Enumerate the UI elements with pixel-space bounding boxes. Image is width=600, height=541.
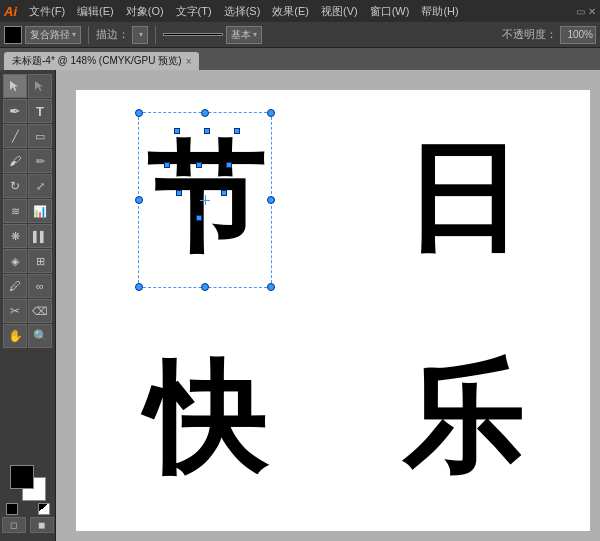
canvas-area[interactable]: 节: [56, 70, 600, 541]
menu-edit[interactable]: 编辑(E): [71, 0, 120, 22]
rect-tool[interactable]: ▭: [28, 124, 52, 148]
opacity-section: 不透明度：: [502, 26, 596, 44]
stroke-style-dropdown[interactable]: 基本 ▾: [226, 26, 262, 44]
menu-type[interactable]: 文字(T): [170, 0, 218, 22]
menu-help[interactable]: 帮助(H): [415, 0, 464, 22]
point-handle-4: [164, 162, 170, 168]
point-handle-2: [204, 128, 210, 134]
char-kuai-cell: 快: [76, 311, 333, 532]
base-label: 基本: [231, 28, 251, 42]
point-handle-8: [221, 190, 227, 196]
char-jie: 节: [146, 132, 264, 264]
preview-mode-icon[interactable]: ◼: [30, 517, 54, 533]
stroke-line-preview: [163, 33, 223, 36]
symbol-tool[interactable]: ❋: [3, 224, 27, 248]
fill-color-box[interactable]: [4, 26, 22, 44]
toolbar: 复合路径 ▾ 描边： ▾ 基本 ▾ 不透明度：: [0, 22, 600, 48]
fill-stroke-swatches[interactable]: [10, 465, 46, 501]
tool-row-7: ❋ ▌▌: [3, 224, 52, 248]
pencil-tool[interactable]: ✏: [28, 149, 52, 173]
hand-tool[interactable]: ✋: [3, 324, 27, 348]
char-jie-cell[interactable]: 节: [76, 90, 333, 311]
handle-mid-left[interactable]: [135, 196, 143, 204]
point-handle-3: [234, 128, 240, 134]
line-tool[interactable]: ╱: [3, 124, 27, 148]
char-le-cell: 乐: [333, 311, 590, 532]
eyedropper-tool[interactable]: 🖊: [3, 274, 27, 298]
scissors-tool[interactable]: ✂: [3, 299, 27, 323]
char-ri: 日: [403, 120, 521, 280]
rotate-tool[interactable]: ↻: [3, 174, 27, 198]
menu-select[interactable]: 选择(S): [218, 0, 267, 22]
stroke-label: 描边：: [96, 27, 129, 42]
mesh-tool[interactable]: ⊞: [28, 249, 52, 273]
document-tab[interactable]: 未标题-4* @ 148% (CMYK/GPU 预览) ×: [4, 52, 199, 70]
none-icon[interactable]: [38, 503, 50, 515]
handle-top-left[interactable]: [135, 109, 143, 117]
tool-row-2: ✒ T: [3, 99, 52, 123]
graph-tool[interactable]: 📊: [28, 199, 52, 223]
eraser-tool[interactable]: ⌫: [28, 299, 52, 323]
selection-tool[interactable]: [3, 74, 27, 98]
tool-row-11: ✋ 🔍: [3, 324, 52, 348]
tool-row-4: 🖌 ✏: [3, 149, 52, 173]
tab-close-button[interactable]: ×: [186, 56, 192, 67]
mode-icons-row: ◻ ◼: [2, 517, 54, 533]
point-handle-9: [196, 215, 202, 221]
menu-view[interactable]: 视图(V): [315, 0, 364, 22]
stroke-arrow-icon: ▾: [139, 30, 143, 39]
base-arrow-icon: ▾: [253, 30, 257, 39]
column-graph-tool[interactable]: ▌▌: [28, 224, 52, 248]
color-mode-row: [6, 503, 50, 515]
menu-effect[interactable]: 效果(E): [266, 0, 315, 22]
handle-bot-right[interactable]: [267, 283, 275, 291]
warp-tool[interactable]: ≋: [3, 199, 27, 223]
tool-row-5: ↻ ⤢: [3, 174, 52, 198]
tool-row-9: 🖊 ∞: [3, 274, 52, 298]
stroke-line-area: 基本 ▾: [163, 26, 262, 44]
composite-label: 复合路径: [30, 28, 70, 42]
char-jie-wrapper[interactable]: 节: [146, 120, 264, 280]
point-handle-6: [226, 162, 232, 168]
paintbrush-tool[interactable]: 🖌: [3, 149, 27, 173]
handle-mid-right[interactable]: [267, 196, 275, 204]
fill-swatch[interactable]: [10, 465, 34, 489]
point-handle-7: [176, 190, 182, 196]
menu-object[interactable]: 对象(O): [120, 0, 170, 22]
type-tool[interactable]: T: [28, 99, 52, 123]
composite-dropdown[interactable]: 复合路径 ▾: [25, 26, 81, 44]
stroke-dropdown[interactable]: ▾: [132, 26, 148, 44]
direct-selection-tool[interactable]: [28, 74, 52, 98]
tool-row-10: ✂ ⌫: [3, 299, 52, 323]
app-controls: ▭ ✕: [576, 6, 596, 17]
blend-tool[interactable]: ∞: [28, 274, 52, 298]
menu-window[interactable]: 窗口(W): [364, 0, 416, 22]
char-kuai: 快: [145, 339, 265, 502]
char-le: 乐: [402, 339, 522, 502]
toolbar-separator-1: [88, 26, 89, 44]
tool-row-8: ◈ ⊞: [3, 249, 52, 273]
main-area: ✒ T ╱ ▭ 🖌 ✏ ↻ ⤢ ≋ 📊 ❋ ▌▌ ◈ ⊞ 🖊 ∞: [0, 70, 600, 541]
opacity-input[interactable]: [560, 26, 596, 44]
stroke-section: 描边： ▾: [96, 26, 148, 44]
composite-section: 复合路径 ▾: [4, 26, 81, 44]
char-ri-cell: 日: [333, 90, 590, 311]
zoom-tool[interactable]: 🔍: [28, 324, 52, 348]
tab-bar: 未标题-4* @ 148% (CMYK/GPU 预览) ×: [0, 48, 600, 70]
color-swatches: ◻ ◼: [2, 465, 54, 537]
gradient-tool[interactable]: ◈: [3, 249, 27, 273]
pen-tool[interactable]: ✒: [3, 99, 27, 123]
handle-bot-center[interactable]: [201, 283, 209, 291]
point-handle-1: [174, 128, 180, 134]
tool-row-1: [3, 74, 52, 98]
handle-top-right[interactable]: [267, 109, 275, 117]
canvas-content: 节: [76, 90, 590, 531]
handle-top-center[interactable]: [201, 109, 209, 117]
toolbar-separator-2: [155, 26, 156, 44]
normal-mode-icon[interactable]: ◻: [2, 517, 26, 533]
point-handle-5: [196, 162, 202, 168]
handle-bot-left[interactable]: [135, 283, 143, 291]
scale-tool[interactable]: ⤢: [28, 174, 52, 198]
default-colors-icon[interactable]: [6, 503, 18, 515]
menu-file[interactable]: 文件(F): [23, 0, 71, 22]
